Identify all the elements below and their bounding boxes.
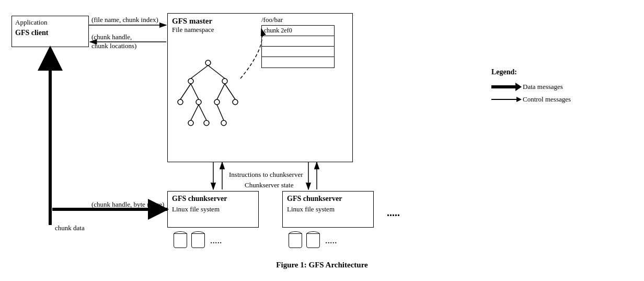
thick-arrow-icon: [491, 85, 518, 88]
legend-box: Legend: Data messages Control messages: [491, 68, 571, 108]
svg-text:chunk locations): chunk locations): [91, 42, 136, 50]
file-namespace-label: File namespace: [172, 26, 214, 33]
chunkserver-1-linux-fs: Linux file system: [172, 205, 254, 213]
chunk-row-3: [262, 57, 334, 68]
disk-1-2: [190, 230, 206, 250]
chunkserver-box-1: GFS chunkserver Linux file system: [167, 191, 259, 228]
legend-control-messages: Control messages: [491, 95, 571, 104]
figure-caption: Figure 1: GFS Architecture: [5, 261, 639, 269]
svg-text:(file name, chunk index): (file name, chunk index): [91, 16, 158, 24]
chunk-row-1: [262, 36, 334, 47]
chunkserver-2-title: GFS chunkserver: [287, 195, 342, 203]
disk-1-1: [172, 230, 188, 250]
path-label: /foo/bar: [261, 16, 348, 24]
svg-text:Chunkserver state: Chunkserver state: [245, 181, 294, 189]
chunk-table-header: chunk 2ef0: [262, 26, 334, 36]
application-label: Application: [15, 18, 47, 27]
chunk-table: chunk 2ef0: [261, 25, 335, 68]
chunkserver-2-linux-fs: Linux file system: [287, 205, 369, 213]
legend-title: Legend:: [491, 68, 571, 76]
svg-text:chunk data: chunk data: [55, 224, 85, 232]
more-chunkservers-dots: .....: [387, 207, 400, 219]
app-gfs-client-box: Application GFS client: [12, 16, 89, 47]
disk-2-1: [288, 230, 303, 250]
chunk-row-2: [262, 47, 334, 57]
svg-text:Instructions to chunkserver: Instructions to chunkserver: [229, 171, 303, 178]
control-messages-label: Control messages: [523, 95, 571, 104]
disk-2-2: [305, 230, 321, 250]
disks-group-1: .....: [172, 230, 222, 250]
data-messages-label: Data messages: [523, 83, 563, 91]
chunkserver-1-title: GFS chunkserver: [172, 195, 227, 203]
svg-text:(chunk handle, byte range): (chunk handle, byte range): [91, 200, 164, 208]
chunk-info-box: /foo/bar chunk 2ef0: [261, 16, 348, 84]
svg-text:(chunk handle,: (chunk handle,: [91, 33, 132, 41]
master-title: GFS master: [172, 17, 212, 25]
thin-arrow-icon: [491, 99, 518, 100]
dots-2: .....: [325, 235, 337, 246]
legend-data-messages: Data messages: [491, 83, 571, 91]
dots-1: .....: [210, 235, 222, 246]
chunkserver-box-2: GFS chunkserver Linux file system: [282, 191, 374, 228]
gfs-client-label: GFS client: [15, 29, 48, 37]
disks-group-2: .....: [288, 230, 337, 250]
